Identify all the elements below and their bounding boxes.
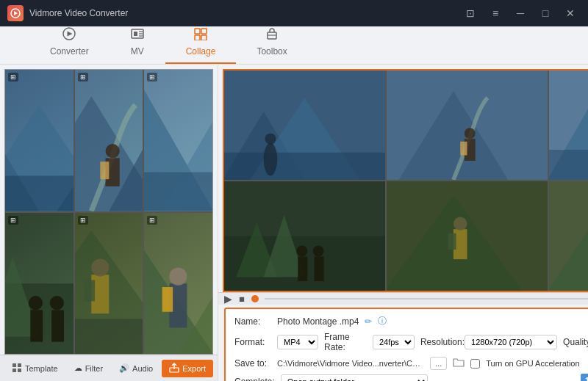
- tab-converter[interactable]: Converter: [29, 27, 110, 64]
- export-icon: [169, 363, 179, 374]
- menu-btn[interactable]: ≡: [485, 5, 506, 21]
- svg-point-41: [50, 296, 64, 310]
- preview-cell-6: [549, 181, 588, 291]
- format-row: Format: MP4 AVI MOV Frame Rate: 24fps 30…: [234, 332, 588, 352]
- edit-icon[interactable]: ✏: [365, 316, 372, 327]
- svg-rect-73: [549, 150, 588, 180]
- play-btn[interactable]: ▶: [224, 293, 232, 305]
- tab-converter-label: Converter: [50, 46, 89, 57]
- gpu-checkbox[interactable]: [470, 359, 480, 369]
- cell-overlay-3: ⊞: [147, 73, 157, 81]
- cell-overlay-5: ⊞: [78, 216, 88, 225]
- tab-mv[interactable]: MV: [110, 27, 165, 64]
- svg-point-64: [265, 134, 276, 145]
- tab-collage-label: Collage: [186, 46, 216, 57]
- video-cell-5[interactable]: ⊞: [75, 213, 143, 355]
- tab-toolbox[interactable]: Toolbox: [236, 27, 307, 64]
- timeline-dot: [251, 295, 259, 302]
- svg-rect-78: [298, 256, 307, 281]
- svg-rect-12: [201, 35, 207, 40]
- complete-label: Complete:: [234, 377, 275, 381]
- saveto-label: Save to:: [234, 358, 271, 369]
- template-icon: [12, 363, 22, 374]
- svg-rect-27: [100, 162, 109, 179]
- filter-icon: ☁: [74, 363, 82, 373]
- svg-point-81: [313, 246, 324, 257]
- template-btn[interactable]: Template: [4, 360, 65, 377]
- video-cell-4[interactable]: ⊞: [5, 213, 74, 355]
- svg-point-68: [465, 128, 476, 139]
- browse-btn[interactable]: ...: [430, 357, 447, 370]
- cell-overlay-4: ⊞: [8, 216, 18, 225]
- svg-rect-11: [195, 35, 200, 40]
- preview-cell-5: [387, 181, 548, 291]
- complete-row: Complete: Open output folder Do nothing …: [234, 374, 588, 381]
- complete-select[interactable]: Open output folder Do nothing Shut down: [281, 374, 428, 381]
- cell-overlay-2: ⊞: [78, 73, 88, 81]
- audio-label: Audio: [132, 364, 153, 373]
- gpu-label[interactable]: Turn on GPU Acceleration: [486, 359, 579, 368]
- svg-rect-62: [224, 153, 385, 180]
- minimize-btn[interactable]: ─: [510, 5, 531, 21]
- video-cell-3[interactable]: ⊞: [144, 70, 212, 211]
- info-icon[interactable]: ⓘ: [378, 315, 387, 327]
- preview-cell-2: [387, 70, 548, 180]
- folder-btn[interactable]: [453, 358, 465, 370]
- toolbox-icon: [265, 27, 279, 44]
- left-panel: ⊞: [0, 65, 218, 381]
- name-label: Name:: [234, 316, 271, 327]
- audio-icon: 🔊: [119, 363, 129, 373]
- svg-rect-38: [30, 310, 43, 341]
- main-content: ⊞: [0, 65, 588, 381]
- video-grid: ⊞: [4, 69, 213, 355]
- cell-overlay-6: ⊞: [147, 216, 157, 225]
- close-btn[interactable]: ✕: [560, 5, 581, 21]
- video-cell-6[interactable]: ⊞: [144, 213, 212, 355]
- framerate-label: Frame Rate:: [324, 332, 367, 352]
- resolution-label: Resolution:: [420, 337, 459, 347]
- filter-btn[interactable]: ☁ Filter: [67, 360, 110, 376]
- timeline-line[interactable]: [265, 298, 588, 300]
- chat-icon-btn[interactable]: ⊡: [460, 5, 481, 21]
- svg-rect-47: [75, 319, 143, 354]
- export-panel: 2 Name: Photo Montage .mp4 ✏ ⓘ Format: M…: [224, 308, 588, 381]
- titlebar: Vidmore Video Converter ⊡ ≡ ─ □ ✕: [0, 0, 588, 26]
- svg-rect-19: [5, 175, 74, 211]
- svg-point-26: [105, 144, 119, 158]
- svg-rect-54: [12, 363, 16, 367]
- svg-point-79: [296, 246, 307, 257]
- svg-rect-69: [460, 142, 467, 156]
- window-controls: ⊡ ≡ ─ □ ✕: [460, 5, 581, 21]
- bottom-toolbar: Template ☁ Filter 🔊 Audio Export 1: [0, 355, 218, 381]
- framerate-select[interactable]: 24fps 30fps 60fps: [373, 335, 415, 349]
- saveto-path: C:\Vidmore\Vidmore Video...nverter\Colla…: [277, 359, 424, 368]
- export-btn[interactable]: Export: [162, 360, 213, 377]
- maximize-btn[interactable]: □: [535, 5, 556, 21]
- stop-btn[interactable]: ⏹: [238, 295, 245, 303]
- app-title: Vidmore Video Converter: [29, 8, 460, 18]
- video-cell-1[interactable]: ⊞: [5, 70, 74, 211]
- svg-rect-40: [51, 310, 64, 341]
- svg-rect-57: [18, 369, 21, 372]
- mv-icon: [130, 27, 145, 44]
- svg-rect-5: [134, 32, 137, 36]
- resolution-select[interactable]: 1280x720 (720p) 1920x1080 (1080p): [465, 335, 557, 349]
- export-label: Export: [182, 364, 206, 373]
- format-select[interactable]: MP4 AVI MOV: [277, 335, 318, 349]
- video-cell-2[interactable]: ⊞: [75, 70, 143, 211]
- nav-bar: Converter MV Collage: [0, 26, 588, 65]
- svg-rect-80: [315, 256, 324, 281]
- format-label: Format:: [234, 337, 271, 347]
- name-value: Photo Montage .mp4: [277, 316, 359, 327]
- preview-cell-1: [224, 70, 385, 180]
- tab-mv-label: MV: [131, 46, 144, 57]
- filter-label: Filter: [85, 364, 103, 373]
- toolbar-num-badge: 1: [581, 374, 588, 381]
- right-panel: ▶ ⏹ 00:00:00.00/00:00:05.00 🔊 2 Name: Ph…: [218, 65, 588, 381]
- svg-rect-56: [12, 369, 16, 372]
- quality-label: Quality:: [563, 337, 588, 347]
- svg-rect-9: [195, 29, 200, 34]
- template-label: Template: [25, 364, 58, 373]
- audio-btn[interactable]: 🔊 Audio: [112, 360, 160, 376]
- tab-collage[interactable]: Collage: [165, 27, 237, 64]
